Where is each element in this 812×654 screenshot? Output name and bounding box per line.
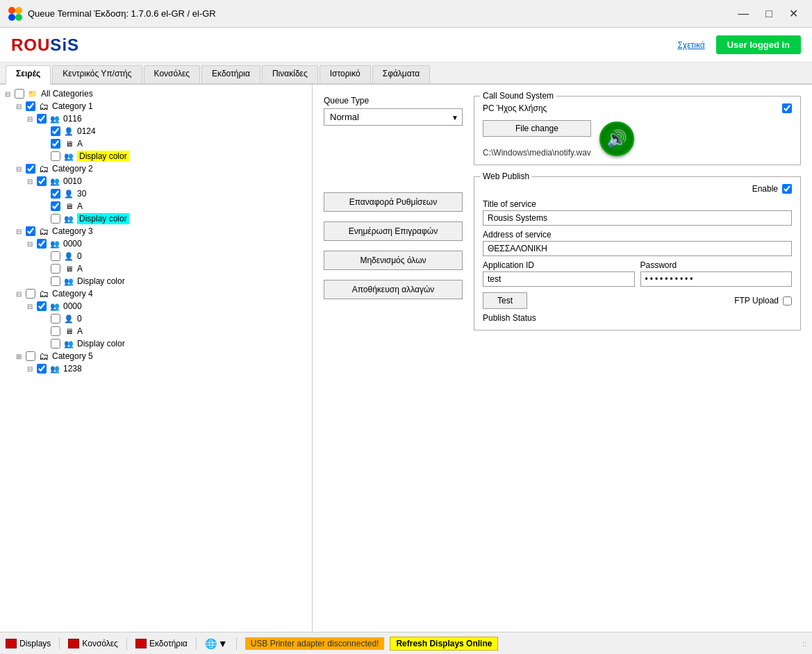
tree-checkbox[interactable] xyxy=(26,351,35,361)
tree-row[interactable]: ⊟ 📁 All Categories xyxy=(3,87,309,100)
person-icon: 👤 xyxy=(63,126,75,137)
tree-expand-icon[interactable]: ⊟ xyxy=(25,303,35,310)
tab-displays[interactable]: Πινακίδες xyxy=(262,65,318,83)
tree-expand-icon[interactable]: ⊟ xyxy=(25,365,35,373)
wp-enable-row: Enable xyxy=(483,184,792,194)
tree-row[interactable]: ⊟ 👥 0000 xyxy=(3,300,309,312)
tree-row[interactable]: • 👤 0124 xyxy=(3,125,309,137)
tree-row[interactable]: ⊟ 👥 0010 xyxy=(3,175,309,187)
wp-address-input[interactable] xyxy=(483,241,792,256)
tree-row[interactable]: • 🖥 A xyxy=(3,325,309,337)
file-change-button[interactable]: File change xyxy=(483,120,591,137)
tree-checkbox[interactable] xyxy=(51,151,60,161)
pc-sound-checkbox[interactable] xyxy=(782,103,792,113)
pc-sound-row: PC Ήχος Κλήσης xyxy=(483,103,792,113)
tree-row[interactable]: • 👥 Display color xyxy=(3,150,309,162)
tab-central-host[interactable]: Κεντρικός Υπ/στής xyxy=(52,65,142,83)
tabbar: Σειρές Κεντρικός Υπ/στής Κονσόλες Εκδοτή… xyxy=(0,62,812,85)
tree-row[interactable]: ⊟ 🗂 Category 4 xyxy=(3,287,309,300)
tree-checkbox[interactable] xyxy=(37,364,47,374)
tree-row[interactable]: ⊞ 🗂 Category 5 xyxy=(3,350,309,362)
globe-network-button[interactable]: 🌐 ▼ xyxy=(205,638,228,649)
queue-type-select[interactable]: Normal Priority VIP xyxy=(324,108,463,126)
tree-expand-icon[interactable]: ⊟ xyxy=(25,115,35,123)
consoles-status: Κονσόλες xyxy=(68,639,118,648)
tree-row[interactable]: • 🖥 A xyxy=(3,262,309,275)
tree-checkbox[interactable] xyxy=(37,114,47,124)
tree-checkbox[interactable] xyxy=(26,101,35,111)
tree-row[interactable]: • 👥 Display color xyxy=(3,212,309,225)
tree-checkbox[interactable] xyxy=(37,239,47,249)
tree-expand-icon[interactable]: ⊟ xyxy=(3,90,13,98)
refresh-displays-button[interactable]: Refresh Displays Online xyxy=(390,637,498,651)
tree-row[interactable]: • 👤 0 xyxy=(3,250,309,262)
wp-password-input[interactable] xyxy=(640,271,793,287)
file-path-label: C:\Windows\media\notify.wav xyxy=(483,148,591,158)
tree-expand-icon[interactable]: ⊟ xyxy=(14,290,24,298)
tree-expand-icon[interactable]: ⊟ xyxy=(25,178,35,185)
test-button[interactable]: Test xyxy=(483,292,527,309)
tree-checkbox[interactable] xyxy=(51,339,60,349)
tree-checkbox[interactable] xyxy=(26,289,35,299)
tree-row[interactable]: ⊟ 🗂 Category 3 xyxy=(3,225,309,237)
displays-led xyxy=(6,639,17,648)
reset-settings-button[interactable]: Επαναφορά Ρυθμίσεων xyxy=(324,192,463,212)
tree-row[interactable]: • 👥 Display color xyxy=(3,275,309,287)
status-divider-2 xyxy=(126,637,127,650)
tree-panel[interactable]: ⊟ 📁 All Categories ⊟ 🗂 Category 1 ⊟ 👥 01… xyxy=(0,85,313,632)
tab-printers[interactable]: Εκδοτήρια xyxy=(201,65,260,83)
tree-row[interactable]: • 👤 0 xyxy=(3,312,309,325)
about-link[interactable]: Σχετικά xyxy=(677,40,704,50)
tree-row[interactable]: • 👥 Display color xyxy=(3,337,309,350)
tree-row[interactable]: • 🖥 A xyxy=(3,200,309,212)
tab-errors[interactable]: Σφάλματα xyxy=(372,65,431,83)
tree-checkbox[interactable] xyxy=(37,301,47,311)
statusbar: Displays Κονσόλες Εκδοτήρια 🌐 ▼ USB Prin… xyxy=(0,632,812,654)
tree-item-label: A xyxy=(77,264,83,274)
tree-checkbox[interactable] xyxy=(51,139,60,149)
tree-checkbox[interactable] xyxy=(51,251,60,261)
wp-enable-checkbox[interactable] xyxy=(782,184,792,194)
tree-checkbox[interactable] xyxy=(51,126,60,136)
sound-speaker-icon[interactable]: 🔊 xyxy=(599,121,634,156)
zero-all-button[interactable]: Μηδενισμός όλων xyxy=(324,251,463,270)
tree-checkbox[interactable] xyxy=(51,326,60,336)
tree-expand-icon[interactable]: ⊟ xyxy=(14,228,24,235)
tab-history[interactable]: Ιστορικό xyxy=(320,65,371,83)
wp-appid-input[interactable] xyxy=(483,271,635,287)
tree-expand-icon[interactable]: ⊞ xyxy=(14,353,24,360)
tree-checkbox[interactable] xyxy=(26,226,35,236)
tree-checkbox[interactable] xyxy=(51,214,60,224)
save-changes-button[interactable]: Αποθήκευση αλλαγών xyxy=(324,280,463,299)
tree-checkbox[interactable] xyxy=(51,201,60,211)
tree-row[interactable]: ⊟ 🗂 Category 2 xyxy=(3,162,309,175)
tree-row[interactable]: ⊟ 👥 0000 xyxy=(3,237,309,250)
tree-expand-icon[interactable]: ⊟ xyxy=(14,103,24,110)
update-labels-button[interactable]: Ενημέρωση Επιγραφών xyxy=(324,221,463,241)
svg-point-3 xyxy=(15,14,22,21)
tree-checkbox[interactable] xyxy=(51,314,60,324)
maximize-button[interactable]: □ xyxy=(760,6,778,22)
tree-row[interactable]: ⊟ 👥 0116 xyxy=(3,112,309,125)
tab-consoles[interactable]: Κονσόλες xyxy=(144,65,201,83)
tree-row[interactable]: • 🖥 A xyxy=(3,137,309,150)
tree-checkbox[interactable] xyxy=(51,189,60,199)
tree-checkbox[interactable] xyxy=(37,176,47,186)
wp-bottom-row: Test FTP Upload xyxy=(483,292,792,309)
wp-address-label: Address of service xyxy=(483,230,792,240)
tree-row[interactable]: ⊟ 👥 1238 xyxy=(3,362,309,375)
tree-checkbox[interactable] xyxy=(51,264,60,274)
tree-expand-icon[interactable]: ⊟ xyxy=(14,165,24,173)
tree-row[interactable]: ⊟ 🗂 Category 1 xyxy=(3,100,309,112)
tree-row[interactable]: • 👤 30 xyxy=(3,187,309,200)
tree-checkbox[interactable] xyxy=(51,276,60,286)
close-button[interactable]: ✕ xyxy=(784,6,804,22)
ftp-checkbox[interactable] xyxy=(783,296,792,305)
wp-title-input[interactable] xyxy=(483,210,792,226)
tree-expand-icon[interactable]: ⊟ xyxy=(25,240,35,248)
tree-checkbox[interactable] xyxy=(15,89,24,99)
tab-queues[interactable]: Σειρές xyxy=(6,65,51,85)
tree-checkbox[interactable] xyxy=(26,164,35,174)
minimize-button[interactable]: — xyxy=(732,6,754,22)
users-icon: 👥 xyxy=(63,213,75,224)
